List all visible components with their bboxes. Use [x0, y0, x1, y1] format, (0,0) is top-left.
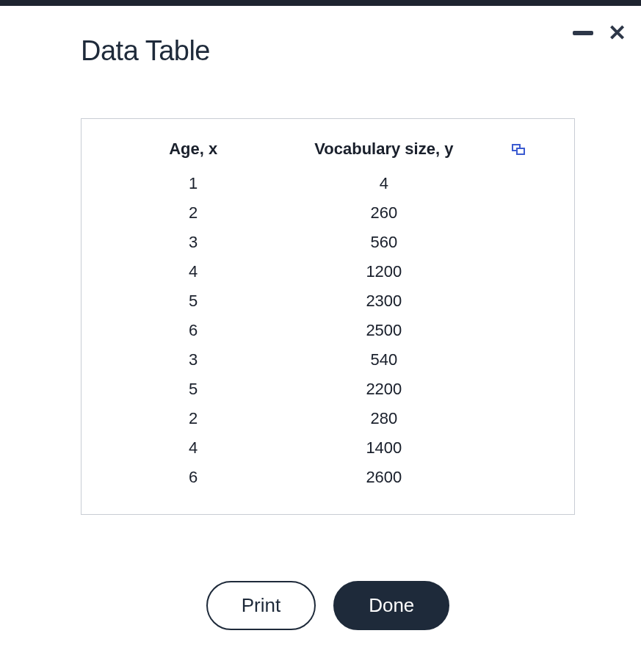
table-header-row: Age, x Vocabulary size, y — [104, 134, 552, 169]
cell-x: 6 — [104, 463, 283, 492]
cell-spacer — [485, 463, 552, 492]
copy-icon[interactable] — [512, 144, 525, 156]
dialog-content: Data Table Age, x Vocabulary size, y 142… — [0, 6, 641, 630]
cell-x: 3 — [104, 345, 283, 375]
cell-y: 2200 — [283, 375, 485, 404]
cell-spacer — [485, 433, 552, 463]
cell-spacer — [485, 345, 552, 375]
cell-y: 2600 — [283, 463, 485, 492]
dialog-title: Data Table — [81, 35, 575, 67]
cell-x: 5 — [104, 286, 283, 316]
cell-spacer — [485, 316, 552, 345]
cell-y: 2300 — [283, 286, 485, 316]
print-button[interactable]: Print — [206, 581, 316, 630]
table-row: 14 — [104, 169, 552, 198]
cell-x: 1 — [104, 169, 283, 198]
cell-spacer — [485, 228, 552, 257]
cell-y: 560 — [283, 228, 485, 257]
cell-spacer — [485, 169, 552, 198]
col-header-action — [485, 134, 552, 169]
cell-spacer — [485, 286, 552, 316]
done-button[interactable]: Done — [333, 581, 449, 630]
table-row: 2260 — [104, 198, 552, 228]
table-card: Age, x Vocabulary size, y 14226035604120… — [81, 118, 575, 515]
data-table: Age, x Vocabulary size, y 14226035604120… — [104, 134, 552, 492]
cell-spacer — [485, 375, 552, 404]
table-row: 52200 — [104, 375, 552, 404]
button-row: Print Done — [81, 581, 575, 630]
cell-x: 4 — [104, 433, 283, 463]
cell-y: 260 — [283, 198, 485, 228]
table-row: 3560 — [104, 228, 552, 257]
cell-y: 2500 — [283, 316, 485, 345]
cell-spacer — [485, 198, 552, 228]
table-row: 62500 — [104, 316, 552, 345]
close-icon[interactable]: ✕ — [608, 22, 626, 44]
table-row: 3540 — [104, 345, 552, 375]
cell-y: 540 — [283, 345, 485, 375]
cell-y: 280 — [283, 404, 485, 433]
table-row: 52300 — [104, 286, 552, 316]
cell-y: 4 — [283, 169, 485, 198]
cell-spacer — [485, 404, 552, 433]
table-row: 2280 — [104, 404, 552, 433]
table-row: 62600 — [104, 463, 552, 492]
cell-x: 3 — [104, 228, 283, 257]
cell-spacer — [485, 257, 552, 286]
window-controls: ✕ — [573, 22, 626, 44]
col-header-x: Age, x — [104, 134, 283, 169]
cell-x: 2 — [104, 198, 283, 228]
table-row: 41400 — [104, 433, 552, 463]
cell-x: 5 — [104, 375, 283, 404]
cell-y: 1400 — [283, 433, 485, 463]
cell-x: 2 — [104, 404, 283, 433]
col-header-y: Vocabulary size, y — [283, 134, 485, 169]
cell-x: 4 — [104, 257, 283, 286]
minimize-icon[interactable] — [573, 31, 593, 35]
cell-y: 1200 — [283, 257, 485, 286]
cell-x: 6 — [104, 316, 283, 345]
table-row: 41200 — [104, 257, 552, 286]
window-accent-bar — [0, 0, 641, 6]
